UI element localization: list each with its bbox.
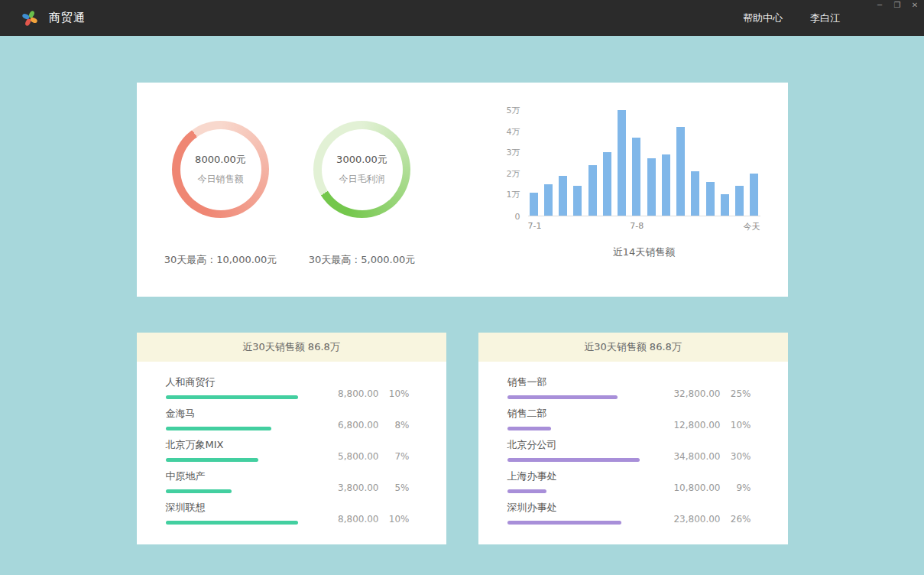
list-item-value: 34,800.00: [673, 451, 720, 462]
list-item-bar: [507, 395, 618, 399]
list-item-value: 12,800.00: [673, 420, 720, 430]
list-item: 北京分公司34,800.0030%: [507, 438, 751, 462]
chart-bar: [573, 186, 582, 216]
y-axis: 5万4万3万2万1万0: [498, 111, 528, 216]
titlebar-nav: 帮助中心 李白江: [743, 11, 840, 25]
x-axis-label: 今天: [744, 221, 760, 232]
maximize-icon[interactable]: ❐: [893, 1, 902, 10]
sales-donut-chart: 8000.00元 今日销售额: [172, 121, 269, 218]
y-axis-tick: 2万: [507, 168, 520, 180]
list-item-percent: 8%: [388, 420, 410, 430]
profit-gauge: 3000.00元 今日毛利润 30天最高：5,000.00元: [305, 83, 420, 297]
list-item-bar: [507, 489, 547, 493]
close-icon[interactable]: ✕: [910, 1, 919, 10]
list-item-name: 销售一部: [507, 375, 640, 389]
list-item-name: 深圳办事处: [507, 501, 640, 515]
list-item-name: 深圳联想: [166, 501, 298, 515]
chart-bar: [559, 176, 567, 216]
list-item-bar: [507, 458, 640, 462]
list-item-percent: 30%: [730, 451, 751, 462]
chart-bar: [603, 152, 611, 216]
chart-bar: [588, 165, 597, 216]
x-axis-label: 7-8: [630, 221, 644, 231]
overview-card: 8000.00元 今日销售额 30天最高：10,000.00元 3000.00元…: [137, 83, 788, 297]
profit-30day-max: 30天最高：5,000.00元: [309, 253, 415, 267]
chart-bar: [735, 186, 744, 216]
list-item: 金海马6,800.008%: [166, 407, 410, 430]
window-controls: ─ ❐ ✕: [875, 1, 919, 10]
list-item-bar: [166, 489, 232, 493]
today-sales-label: 今日销售额: [198, 173, 244, 186]
list-item-percent: 10%: [730, 420, 751, 430]
list-item-name: 上海办事处: [507, 469, 640, 483]
help-center-link[interactable]: 帮助中心: [743, 11, 783, 25]
sales-30day-max: 30天最高：10,000.00元: [164, 253, 277, 267]
customer-card-header: 近30天销售额 86.8万: [137, 333, 446, 362]
list-item-bar: [166, 458, 258, 462]
x-axis-labels: 7-17-8今天: [528, 221, 760, 235]
department-ranking-card: 近30天销售额 86.8万 销售一部32,800.0025%销售二部12,800…: [478, 333, 788, 544]
list-item-bar: [166, 521, 298, 525]
chart-bar: [676, 127, 685, 216]
y-axis-tick: 3万: [507, 147, 520, 158]
list-item-value: 8,800.00: [338, 388, 378, 399]
bar-plot: [528, 111, 760, 216]
list-item: 销售一部32,800.0025%: [507, 375, 751, 399]
list-item-percent: 10%: [388, 388, 410, 399]
list-item: 深圳联想8,800.0010%: [166, 501, 410, 525]
list-item: 销售二部12,800.0010%: [507, 407, 751, 430]
app-logo-icon: [21, 10, 38, 27]
list-item-value: 32,800.00: [673, 388, 720, 399]
department-card-body: 销售一部32,800.0025%销售二部12,800.0010%北京分公司34,…: [478, 362, 788, 544]
list-item-value: 10,800.00: [673, 482, 720, 493]
list-item: 中原地产3,800.005%: [166, 469, 410, 493]
list-item-value: 23,800.00: [673, 514, 720, 525]
list-item-name: 人和商贸行: [166, 375, 298, 389]
chart-bar: [647, 158, 656, 216]
customer-ranking-card: 近30天销售额 86.8万 人和商贸行8,800.0010%金海马6,800.0…: [137, 333, 446, 544]
y-axis-tick: 4万: [507, 126, 520, 138]
y-axis-tick: 1万: [507, 189, 520, 200]
page-content: 8000.00元 今日销售额 30天最高：10,000.00元 3000.00元…: [0, 36, 924, 544]
chart-bar: [706, 182, 715, 216]
list-item-percent: 9%: [730, 482, 751, 493]
list-item-name: 北京万象MIX: [166, 438, 298, 452]
list-item-value: 6,800.00: [338, 420, 378, 430]
chart-bar: [691, 171, 699, 216]
user-name-link[interactable]: 李白江: [810, 11, 840, 25]
list-item-bar: [166, 427, 271, 430]
chart-bar: [544, 184, 553, 216]
chart-bar: [618, 110, 626, 216]
list-item-name: 中原地产: [166, 469, 298, 483]
list-item-name: 销售二部: [507, 407, 640, 421]
list-item-value: 5,800.00: [338, 451, 378, 462]
today-profit-label: 今日毛利润: [339, 173, 385, 186]
list-item-percent: 7%: [388, 451, 410, 462]
sales-bar-chart: 5万4万3万2万1万0 7-17-8今天 近14天销售额: [498, 111, 760, 297]
list-item-bar: [507, 521, 622, 525]
list-item-percent: 5%: [388, 482, 410, 493]
chart-bar: [662, 154, 670, 216]
customer-card-title: 近30天销售额 86.8万: [242, 340, 340, 354]
list-item-percent: 10%: [388, 514, 410, 525]
chart-bar: [721, 194, 729, 216]
list-item: 深圳办事处23,800.0026%: [507, 501, 751, 525]
list-item: 上海办事处10,800.009%: [507, 469, 751, 493]
x-axis-label: 7-1: [528, 221, 542, 231]
app-title: 商贸通: [49, 11, 86, 25]
ranking-cards: 近30天销售额 86.8万 人和商贸行8,800.0010%金海马6,800.0…: [137, 333, 788, 544]
department-card-header: 近30天销售额 86.8万: [478, 333, 788, 362]
list-item-percent: 26%: [730, 514, 751, 525]
list-item: 人和商贸行8,800.0010%: [166, 375, 410, 399]
chart-bar: [632, 138, 640, 216]
bar-chart-title: 近14天销售额: [528, 245, 760, 259]
profit-donut-chart: 3000.00元 今日毛利润: [313, 121, 410, 218]
y-axis-tick: 5万: [507, 105, 520, 116]
list-item-name: 金海马: [166, 407, 298, 421]
list-item-percent: 25%: [730, 388, 751, 399]
minimize-icon[interactable]: ─: [875, 1, 884, 10]
list-item-bar: [507, 427, 552, 430]
y-axis-tick: 0: [515, 212, 520, 222]
list-item-name: 北京分公司: [507, 438, 640, 452]
sales-gauge: 8000.00元 今日销售额 30天最高：10,000.00元: [137, 83, 305, 297]
